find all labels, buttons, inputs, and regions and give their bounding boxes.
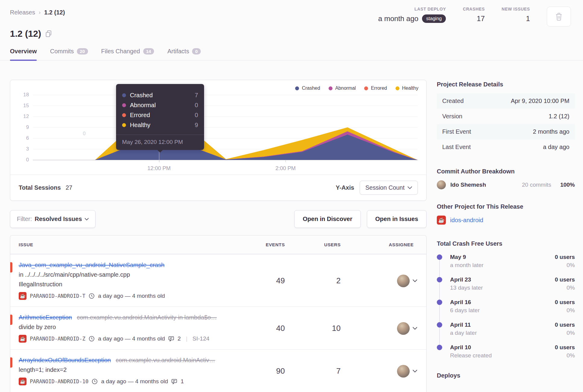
tooltip-row-crashed: Crashed7 [122,92,198,99]
y-tick-label: 0 [26,157,29,163]
tooltip-row-errored: Errored0 [122,112,198,119]
project-slug: PARANOID-ANDROID-T [30,293,85,299]
chevron-down-icon [413,327,417,330]
chevron-down-icon [408,186,412,189]
issues-table-header: ISSUE EVENTS USERS ASSIGNEE [10,235,426,254]
tab-commits[interactable]: Commits20 [50,48,88,60]
other-project-section: Other Project for This Release ☕ idos-an… [437,203,575,225]
trash-icon [555,12,563,21]
issue-title-link[interactable]: ArithmeticException [19,314,72,321]
chevron-down-icon [413,370,417,372]
legend-crashed: Crashed [295,86,320,91]
column-assignee: ASSIGNEE [357,242,419,247]
y-tick-label: 3 [26,146,29,152]
issue-value: length=1; index=2 [19,366,250,373]
copy-icon[interactable] [45,30,52,37]
list-item: April 160 users 6 days later0% [437,299,575,314]
files-count-badge: 14 [143,48,154,54]
author-row: Ido Shemesh 20 commits 100% [437,180,575,189]
x-tick-label: 12:00 PM [147,165,171,172]
y-axis-select[interactable]: Session Count [360,181,418,195]
issues-table: ISSUE EVENTS USERS ASSIGNEE Java_com_exa… [10,235,427,392]
open-in-issues-button[interactable]: Open in Issues [367,210,427,228]
table-row[interactable]: Java_com_example_vu_android_NativeSample… [10,254,426,306]
delete-release-button[interactable] [547,7,571,26]
chart-footer: Total Sessions 27 Y-Axis Session Count [10,175,426,201]
y-tick-label: 6 [26,135,29,141]
stacked-area-chart [33,95,418,160]
avatar [437,180,446,189]
issue-value: divide by zero [19,324,250,331]
issue-subtitle: com.example.vu.android.MainActivity in l… [77,314,217,321]
table-row[interactable]: ArrayIndexOutOfBoundsException com.examp… [10,349,426,392]
issue-ref: SI-124 [193,335,210,342]
clock-icon [92,378,98,384]
section-heading: Project Release Details [437,81,575,88]
commit-author-section: Commit Author Breakdown Ido Shemesh 20 c… [437,168,575,189]
deploys-section: Deploys [437,372,575,379]
chevron-down-icon [85,218,89,220]
open-in-discover-button[interactable]: Open in Discover [294,210,361,228]
events-count: 49 [250,276,301,285]
events-count: 40 [250,324,301,333]
tooltip-date: May 26, 2020 12:00 PM [116,135,204,150]
x-axis-labels: 12:00 PM2:00 PM [33,160,418,173]
author-commit-count: 20 commits [522,182,551,188]
assignee-dropdown[interactable] [357,275,419,287]
env-badge: staging [422,14,446,23]
issue-title-link[interactable]: Java_com_example_vu_android_NativeSample… [19,262,165,269]
crash-free-users-section: Total Crash Free Users May 90 users a mo… [437,240,575,359]
y-tick-label: 15 [23,103,29,109]
stat-new-issues: NEW ISSUES 1 [502,7,530,23]
avatar [397,275,410,287]
tooltip-row-abnormal: Abnormal0 [122,102,198,109]
project-icon: ☕ [437,216,446,225]
tab-overview[interactable]: Overview [10,48,37,60]
y-tick-label: 18 [23,92,29,98]
unhandled-indicator [10,262,12,272]
stat-crashes: CRASHES 17 [463,7,485,23]
issue-age: a day ago — 4 months old [101,378,168,385]
project-icon: ☕ [19,335,27,343]
breadcrumb-current: 1.2 (12) [44,9,65,16]
section-heading: Total Crash Free Users [437,240,575,247]
tab-artifacts[interactable]: Artifacts0 [167,48,201,60]
chart-plot-area[interactable]: 0 [33,95,418,160]
issue-age: a day ago — 4 months old [98,335,165,342]
section-heading: Deploys [437,372,575,379]
list-item: April 110 users a day later0% [437,322,575,336]
y-axis-labels: 0369121518 [13,95,29,160]
legend-healthy: Healthy [395,86,418,91]
project-icon: ☕ [19,378,27,385]
y-axis-select-label: Y-Axis [336,184,354,191]
abnormal-dot-icon [329,86,332,90]
tab-files-changed[interactable]: Files Changed14 [101,48,154,60]
healthy-dot-icon [122,123,126,127]
ghost-value-label: 0 [83,131,86,136]
legend-errored: Errored [364,86,387,91]
users-count: 10 [301,324,357,333]
stat-last-deploy: LAST DEPLOY a month ago staging [378,7,446,23]
issue-value: IllegalInstruction [19,281,250,288]
issues-filter-dropdown[interactable]: Filter: Resolved Issues [10,210,96,228]
assignee-dropdown[interactable] [357,322,419,335]
timeline-dot-icon [437,300,442,305]
issue-title-link[interactable]: ArrayIndexOutOfBoundsException [19,357,111,364]
issue-subtitle: com.example.vu.android.MainActiv… [116,357,215,364]
other-project-link[interactable]: idos-android [450,217,483,224]
project-slug: PARANOID-ANDROID-Z [30,336,85,342]
users-count: 2 [301,276,357,285]
detail-row-version: Version1.2 (12) [437,109,575,124]
users-count: 7 [301,366,357,376]
section-heading: Other Project for This Release [437,203,575,210]
table-row[interactable]: ArithmeticException com.example.vu.andro… [10,306,426,349]
page-title: 1.2 (12) [10,29,41,39]
breadcrumb-releases[interactable]: Releases [10,9,35,16]
chevron-down-icon [413,279,417,282]
assignee-dropdown[interactable] [357,365,419,378]
timeline-dot-icon [437,345,442,350]
column-events: EVENTS [250,242,301,247]
issue-culprit: in ../../../../src/main/cpp/native-sampl… [19,271,250,278]
crashes-value: 17 [477,14,485,23]
comment-icon [168,336,174,342]
